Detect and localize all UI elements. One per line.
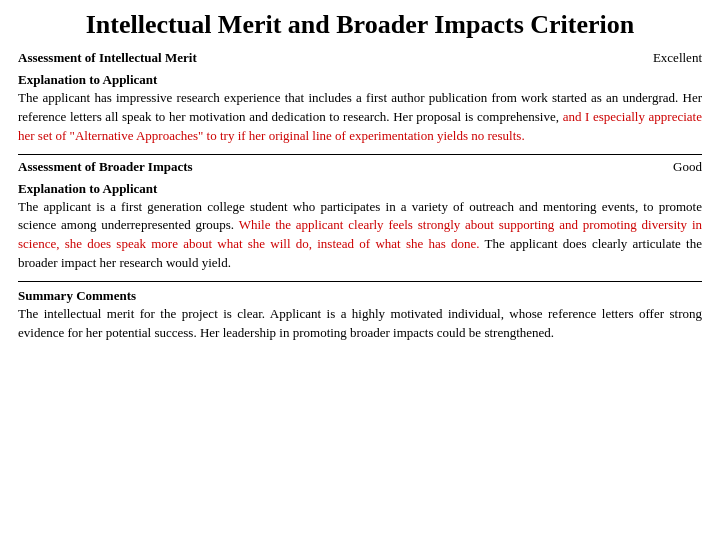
broader-impacts-explanation-label: Explanation to Applicant — [18, 181, 702, 197]
broader-impacts-label: Assessment of Broader Impacts — [18, 159, 193, 175]
page-title: Intellectual Merit and Broader Impacts C… — [18, 10, 702, 40]
broader-impacts-rating: Good — [673, 159, 702, 175]
intellectual-merit-rating: Excellent — [653, 50, 702, 66]
intellectual-merit-section: Assessment of Intellectual Merit Excelle… — [18, 50, 702, 146]
summary-section: Summary Comments The intellectual merit … — [18, 288, 702, 343]
intellectual-merit-header: Assessment of Intellectual Merit Excelle… — [18, 50, 702, 66]
intellectual-merit-explanation-label: Explanation to Applicant — [18, 72, 702, 88]
broader-impacts-section: Assessment of Broader Impacts Good Expla… — [18, 159, 702, 273]
intellectual-merit-paragraph: The applicant has impressive research ex… — [18, 89, 702, 146]
broader-impacts-header: Assessment of Broader Impacts Good — [18, 159, 702, 175]
summary-label: Summary Comments — [18, 288, 702, 304]
summary-paragraph: The intellectual merit for the project i… — [18, 305, 702, 343]
page-container: Intellectual Merit and Broader Impacts C… — [0, 0, 720, 540]
section-divider-2 — [18, 281, 702, 282]
broader-impacts-paragraph: The applicant is a first generation coll… — [18, 198, 702, 273]
intellectual-merit-label: Assessment of Intellectual Merit — [18, 50, 197, 66]
section-divider-1 — [18, 154, 702, 155]
